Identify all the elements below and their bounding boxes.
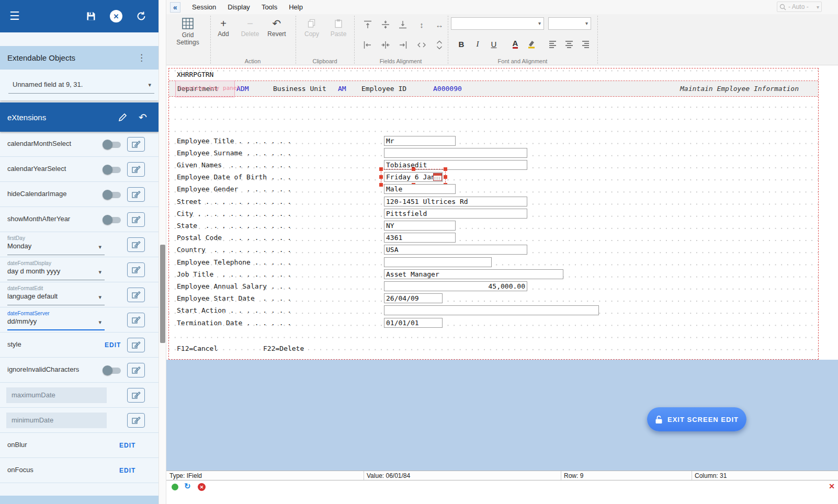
- select-dateFormatServer[interactable]: dateFormatServer dd/mm/yy ▾: [7, 309, 105, 330]
- toggle-calendarYearSelect[interactable]: [104, 167, 121, 173]
- distribute-horizontal-icon[interactable]: ↔: [433, 18, 446, 31]
- field-label: Start Action . . . . . . . .: [177, 306, 384, 314]
- field-input[interactable]: Asset Manager: [384, 269, 563, 279]
- selection-handle[interactable]: [379, 167, 383, 171]
- field-input[interactable]: 26/04/09: [384, 293, 443, 303]
- font-color-button[interactable]: A: [508, 37, 523, 51]
- connection-status-icon[interactable]: [172, 484, 178, 490]
- collapse-sidebar-icon[interactable]: «: [170, 2, 180, 13]
- distribute-vertical-icon[interactable]: ↕: [415, 18, 428, 31]
- field-input[interactable]: 45,000.00: [384, 281, 527, 291]
- style-edit-link[interactable]: EDIT: [105, 341, 121, 349]
- selection-handle[interactable]: [412, 167, 415, 171]
- discard-reload-icon[interactable]: [133, 8, 149, 24]
- menu-icon[interactable]: ☰: [9, 9, 20, 23]
- align-left-edge-icon[interactable]: [361, 38, 375, 52]
- font-size-select[interactable]: ▾: [548, 17, 591, 30]
- disconnect-icon[interactable]: ✕: [198, 483, 206, 491]
- property-row-dateFormatEdit: dateFormatEdit language default ▾: [0, 282, 158, 307]
- field-input[interactable]: Male: [384, 184, 456, 194]
- exit-screen-edit-button[interactable]: EXIT SCREEN EDIT: [647, 407, 746, 431]
- menu-help[interactable]: Help: [289, 3, 303, 11]
- selection-handle[interactable]: [444, 175, 447, 179]
- vertical-spacing-icon[interactable]: [433, 38, 446, 52]
- business-unit-value[interactable]: AM: [338, 85, 346, 93]
- field-input[interactable]: [384, 148, 527, 158]
- field-input[interactable]: 4361: [384, 233, 456, 243]
- horizontal-spacing-icon[interactable]: [415, 38, 428, 52]
- edit-icon-button[interactable]: [127, 338, 145, 352]
- toggle-knob: [103, 215, 112, 225]
- edit-icon-button[interactable]: [127, 388, 145, 403]
- onBlur-edit-link[interactable]: EDIT: [119, 442, 135, 449]
- align-top-icon[interactable]: [361, 18, 375, 31]
- align-right-edge-icon[interactable]: [396, 38, 410, 52]
- field-input[interactable]: Tobiasedit: [384, 160, 527, 170]
- edit-icon-button[interactable]: [127, 363, 145, 377]
- center-horizontal-icon[interactable]: [379, 38, 392, 52]
- undo-icon[interactable]: ↶: [139, 111, 147, 123]
- field-input[interactable]: Mr: [384, 136, 456, 146]
- edit-icon-button[interactable]: [127, 262, 145, 277]
- field-input[interactable]: 120-1451 Ultrices Rd: [384, 197, 527, 207]
- field-input[interactable]: [384, 257, 492, 267]
- field-input[interactable]: Pittsfield: [384, 209, 527, 219]
- maximumDate-input[interactable]: maximumDate: [6, 387, 107, 403]
- select-dateFormatDisplay[interactable]: dateFormatDisplay day d month yyyy ▾: [7, 259, 105, 280]
- minimumDate-input[interactable]: minimumDate: [6, 413, 107, 428]
- text-align-center-icon[interactable]: [562, 37, 576, 51]
- screen-designer-canvas[interactable]: XHRRPGTRN Department ADM Business Unit A…: [168, 68, 819, 360]
- grid-settings-button[interactable]: Grid Settings: [172, 17, 204, 46]
- select-firstDay[interactable]: firstDay Monday ▾: [7, 234, 105, 255]
- edit-icon-button[interactable]: [127, 413, 145, 428]
- edit-icon-button[interactable]: [127, 313, 145, 327]
- close-icon[interactable]: ✕: [829, 482, 835, 490]
- selected-field-wrapper[interactable]: Friday 6 Janu: [384, 172, 443, 182]
- select-value: Monday: [7, 242, 105, 250]
- text-align-right-icon[interactable]: [578, 37, 593, 51]
- field-input[interactable]: USA: [384, 245, 527, 255]
- field-input[interactable]: 01/01/01: [384, 318, 443, 328]
- font-family-select[interactable]: ▾: [451, 17, 544, 30]
- scrollbar-thumb[interactable]: [160, 245, 165, 343]
- toggle-calendarMonthSelect[interactable]: [104, 142, 121, 148]
- toggle-showMonthAfterYear[interactable]: [104, 217, 121, 223]
- highlight-color-button[interactable]: [524, 37, 539, 51]
- menu-session[interactable]: Session: [192, 3, 216, 11]
- menu-display[interactable]: Display: [228, 3, 250, 11]
- edit-icon-button[interactable]: [127, 187, 145, 202]
- close-icon[interactable]: ✕: [108, 8, 124, 24]
- align-middle-icon[interactable]: [379, 18, 392, 31]
- refresh-icon[interactable]: ↻: [184, 482, 191, 491]
- edit-icon-button[interactable]: [127, 137, 145, 152]
- add-button[interactable]: + Add: [211, 18, 236, 38]
- edit-icon-button[interactable]: [127, 162, 145, 177]
- save-icon[interactable]: [83, 8, 99, 24]
- edit-icon-button[interactable]: [127, 288, 145, 302]
- kebab-menu-icon[interactable]: ⋮: [137, 52, 146, 63]
- italic-button[interactable]: I: [470, 37, 485, 51]
- onFocus-edit-link[interactable]: EDIT: [119, 467, 135, 474]
- sidebar-scrollbar[interactable]: [158, 0, 166, 504]
- revert-button[interactable]: ↶ Revert: [264, 18, 289, 38]
- zoom-control[interactable]: - Auto - ▾: [777, 2, 822, 12]
- toggle-hideCalendarImage[interactable]: [104, 192, 121, 198]
- selection-handle[interactable]: [379, 175, 383, 179]
- select-dateFormatEdit[interactable]: dateFormatEdit language default ▾: [7, 284, 105, 305]
- edit-icon-button[interactable]: [127, 237, 145, 252]
- bold-button[interactable]: B: [454, 37, 469, 51]
- chevron-down-icon: ▾: [98, 269, 101, 276]
- calendar-icon[interactable]: [433, 173, 442, 181]
- field-input[interactable]: NY: [384, 221, 456, 231]
- field-selector-dropdown[interactable]: Unnamed field at 9, 31. ▾: [8, 76, 154, 94]
- align-bottom-icon[interactable]: [396, 18, 410, 31]
- edit-pencil-icon[interactable]: [118, 113, 127, 122]
- edit-icon-button[interactable]: [127, 212, 145, 227]
- underline-button[interactable]: U: [486, 37, 501, 51]
- employee-id-value[interactable]: A000090: [433, 85, 462, 93]
- text-align-left-icon[interactable]: [546, 37, 560, 51]
- toggle-ignoreInvalidCharacters[interactable]: [104, 368, 121, 374]
- field-input[interactable]: [384, 305, 599, 315]
- menu-tools[interactable]: Tools: [262, 3, 277, 11]
- selection-handle[interactable]: [444, 167, 447, 171]
